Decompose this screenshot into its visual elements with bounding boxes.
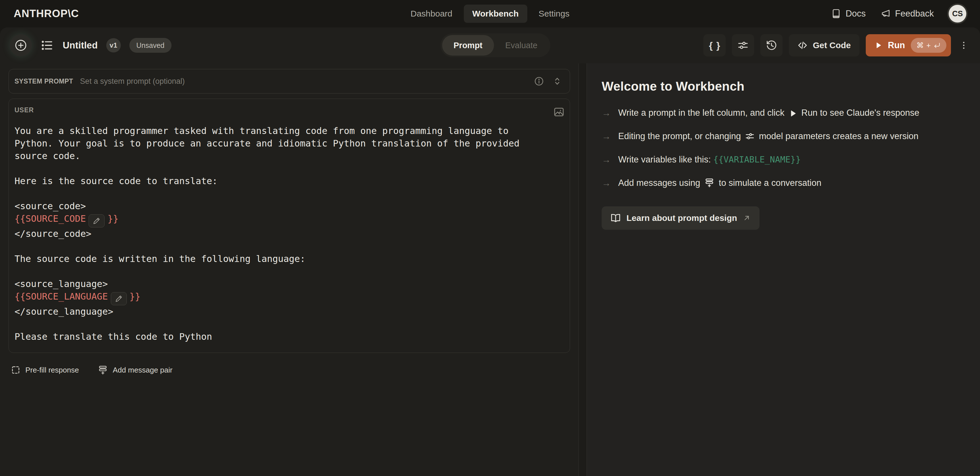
return-key-icon [933, 41, 941, 49]
primary-nav: Dashboard Workbench Settings [402, 5, 578, 23]
prompt-text-line: <source_language> [14, 278, 565, 290]
prompt-text-line: </source_code> [14, 228, 565, 240]
model-settings-button[interactable] [732, 34, 754, 56]
docs-button[interactable]: Docs [831, 8, 866, 19]
variable-close: }} [107, 213, 119, 224]
toolbar-left: Untitled v1 Unsaved [10, 34, 172, 56]
system-prompt-placeholder: Set a system prompt (optional) [80, 77, 527, 86]
welcome-list-item: →Add messages using to simulate a conver… [602, 175, 941, 190]
tab-prompt[interactable]: Prompt [442, 35, 494, 56]
add-message-pair-button[interactable]: Add message pair [98, 365, 173, 375]
add-message-pair-label: Add message pair [113, 366, 173, 374]
prompt-text-line [14, 265, 565, 278]
prompt-evaluate-tabs: Prompt Evaluate [441, 33, 550, 57]
book-icon [831, 8, 841, 19]
variable-close: }} [130, 291, 141, 302]
prompt-text-line [14, 187, 565, 200]
get-code-label: Get Code [813, 40, 851, 50]
tab-evaluate[interactable]: Evaluate [494, 35, 549, 56]
welcome-list-item: →Write variables like this: {{VARIABLE_N… [602, 152, 941, 167]
feedback-button[interactable]: Feedback [881, 8, 934, 19]
overflow-menu-button[interactable] [957, 34, 970, 56]
nav-item-dashboard[interactable]: Dashboard [402, 5, 461, 23]
top-navbar: ANTHROP\C Dashboard Workbench Settings D… [0, 0, 980, 27]
command-key: ⌘ [916, 41, 924, 50]
learn-prompt-design-label: Learn about prompt design [627, 213, 737, 223]
prompt-text-line [14, 240, 565, 253]
user-message-card[interactable]: USER You are a skilled programmer tasked… [8, 99, 570, 353]
play-icon [789, 109, 797, 118]
edit-variable-button[interactable] [89, 214, 105, 228]
user-prompt-text[interactable]: You are a skilled programmer tasked with… [14, 124, 565, 343]
nav-item-settings[interactable]: Settings [530, 5, 578, 23]
prefill-response-label: Pre-fill response [25, 366, 79, 374]
plus-circle-icon [14, 39, 27, 52]
prompt-text-line: You are a skilled programmer tasked with… [14, 124, 565, 137]
nav-item-workbench[interactable]: Workbench [464, 5, 527, 23]
prompt-text-line: source code. [14, 150, 565, 162]
external-link-icon [742, 214, 751, 222]
edit-variable-button[interactable] [111, 292, 127, 305]
braces-icon: { } [708, 40, 722, 51]
panel-resize-handle[interactable] [579, 63, 587, 476]
prompt-text-line: The source code is written in the follow… [14, 253, 565, 265]
welcome-list-item: →Editing the prompt, or changing model p… [602, 129, 941, 144]
welcome-tips-list: →Write a prompt in the left column, and … [602, 105, 941, 190]
prompt-text-line: Please translate this code to Python [14, 330, 565, 343]
welcome-title: Welcome to Workbench [602, 79, 964, 94]
prompt-title[interactable]: Untitled [63, 40, 98, 51]
add-image-button[interactable] [553, 106, 565, 118]
variables-button[interactable]: { } [703, 34, 725, 56]
prompt-text-line: </source_language> [14, 305, 565, 318]
feedback-label: Feedback [895, 8, 934, 19]
prompt-variable-line: {{SOURCE_CODE}} [14, 212, 565, 228]
user-role-label: USER [14, 106, 34, 114]
prompt-panel: SYSTEM PROMPT Set a system prompt (optio… [0, 63, 579, 476]
navbar-right: Docs Feedback CS [831, 5, 966, 22]
prefill-response-button[interactable]: Pre-fill response [11, 365, 79, 375]
pencil-icon [93, 217, 100, 224]
kebab-icon [959, 40, 969, 50]
add-message-icon [98, 365, 108, 375]
image-icon [553, 106, 565, 118]
arrow-right-icon: → [602, 105, 611, 120]
prompt-text-line: <source_code> [14, 200, 565, 212]
prompt-text-line [14, 318, 565, 330]
docs-label: Docs [846, 8, 866, 19]
user-avatar[interactable]: CS [949, 5, 966, 22]
variable-example-code: {{VARIABLE_NAME}} [713, 154, 801, 164]
system-prompt-field[interactable]: SYSTEM PROMPT Set a system prompt (optio… [8, 69, 570, 94]
variable-open: {{SOURCE_CODE [14, 213, 86, 224]
response-panel: Welcome to Workbench →Write a prompt in … [587, 63, 980, 476]
version-badge[interactable]: v1 [106, 38, 121, 53]
prompt-text-line: Python. Your goal is to produce an accur… [14, 137, 565, 150]
list-icon [40, 39, 54, 52]
prompt-text-line: Here is the source code to translate: [14, 175, 565, 187]
code-icon [797, 40, 808, 51]
chevrons-up-down-icon [552, 76, 562, 86]
new-prompt-button[interactable] [10, 34, 32, 56]
info-icon [534, 76, 544, 86]
prompt-variable-line: {{SOURCE_LANGUAGE}} [14, 290, 565, 305]
get-code-button[interactable]: Get Code [789, 34, 859, 56]
arrow-right-icon: → [602, 152, 611, 167]
learn-prompt-design-button[interactable]: Learn about prompt design [602, 206, 759, 230]
run-shortcut-hint: ⌘+ [911, 38, 947, 53]
play-icon [874, 41, 882, 49]
arrow-right-icon: → [602, 175, 611, 190]
prefill-selection-icon [11, 365, 21, 375]
system-prompt-label: SYSTEM PROMPT [14, 78, 73, 85]
main-content: SYSTEM PROMPT Set a system prompt (optio… [0, 63, 980, 476]
workbench-container: Untitled v1 Unsaved Prompt Evaluate { } [0, 27, 980, 476]
run-button[interactable]: Run ⌘+ [866, 34, 951, 56]
prompts-list-button[interactable] [40, 39, 54, 52]
history-button[interactable] [760, 34, 783, 56]
prompt-text-line [14, 162, 565, 175]
arrow-right-icon: → [602, 129, 611, 144]
variable-open: {{SOURCE_LANGUAGE [14, 291, 108, 302]
toolbar-right: { } Get Code [703, 34, 970, 56]
message-actions-row: Pre-fill response Add message pair [8, 365, 570, 375]
add-message-icon [704, 178, 714, 188]
system-prompt-info-button[interactable] [534, 76, 544, 86]
system-prompt-expand-button[interactable] [552, 76, 562, 86]
